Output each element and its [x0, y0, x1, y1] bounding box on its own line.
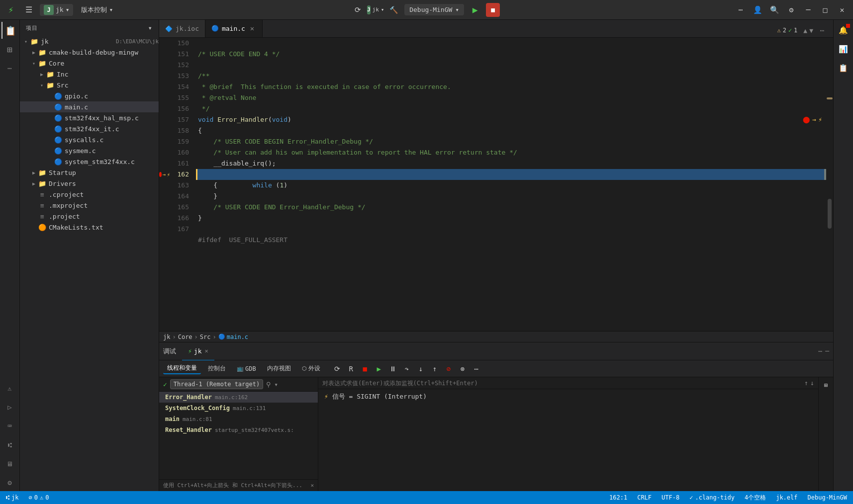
debug-stop-btn[interactable]: ■: [359, 363, 371, 375]
tree-item-project[interactable]: ▶ ≡ .project: [20, 211, 159, 222]
breadcrumb-part-src[interactable]: Src: [200, 334, 211, 340]
debug-tab-console[interactable]: 控制台: [204, 363, 230, 374]
thread-filter-icon[interactable]: ⚲: [266, 381, 271, 388]
tree-item-gpio-c[interactable]: ▶ 🔵 gpio.c: [20, 90, 159, 101]
debug-step-over-btn[interactable]: ↷: [401, 363, 413, 375]
minimize-btn[interactable]: ─: [801, 3, 815, 17]
hint-close-btn[interactable]: ✕: [310, 482, 314, 489]
stack-frame-reset-handler[interactable]: Reset_Handler startup_stm32f407vetx.s:: [159, 424, 318, 435]
statusbar-errors[interactable]: ⊘ 0 ⚠ 0: [26, 494, 51, 501]
more-actions-btn[interactable]: ⋯: [734, 3, 748, 17]
statusbar-charset[interactable]: UTF-8: [660, 494, 681, 501]
debug-tab-memory[interactable]: 内存视图: [263, 363, 295, 374]
panel-tab-close[interactable]: ✕: [204, 347, 208, 354]
account-btn[interactable]: 👤: [751, 3, 764, 17]
debug-run-btn[interactable]: ▶: [468, 3, 482, 17]
tree-item-stm32-it[interactable]: ▶ 🔵 stm32f4xx_it.c: [20, 123, 159, 134]
panel-minimize-btn[interactable]: ─: [825, 347, 829, 355]
tree-item-cmake-lists[interactable]: ▶ 🟠 CMakeLists.txt: [20, 222, 159, 233]
chevron-down-btn[interactable]: ▼: [809, 27, 813, 34]
right-btn-2[interactable]: 📊: [835, 41, 852, 58]
tree-item-hal-msp[interactable]: ▶ 🔵 stm32f4xx_hal_msp.c: [20, 112, 159, 123]
tree-item-system-stm32[interactable]: ▶ 🔵 system_stm32f4xx.c: [20, 156, 159, 167]
panel-more-btn[interactable]: ⋯: [818, 347, 822, 355]
right-notifications-btn[interactable]: 🔔: [835, 22, 852, 39]
right-btn-3[interactable]: 📋: [835, 60, 852, 77]
debug-bp-toggle-btn[interactable]: ⊘: [443, 363, 455, 375]
statusbar-encoding[interactable]: CRLF: [635, 494, 654, 501]
tab-main-c[interactable]: 🔵 main.c ✕: [205, 20, 263, 37]
tab-jk-ioc[interactable]: 🔷 jk.ioc: [159, 20, 205, 37]
activity-problems[interactable]: ⚠: [1, 380, 18, 397]
version-control-btn[interactable]: 版本控制 ▾: [77, 4, 117, 15]
activity-debug-console[interactable]: ⌨: [1, 418, 18, 434]
tab-close-btn[interactable]: ✕: [248, 24, 256, 32]
debug-continue-btn[interactable]: ▶: [373, 363, 385, 375]
debug-tab-external[interactable]: ⬡ 外设: [298, 363, 324, 374]
activity-remote[interactable]: 🖥: [1, 455, 18, 472]
statusbar-debug[interactable]: Debug-MinGW: [806, 494, 849, 501]
debug-tab-gdb[interactable]: 📺 GDB: [233, 364, 260, 373]
activity-settings2[interactable]: ⚙: [1, 474, 18, 491]
debug-bp-clear-btn[interactable]: ⊗: [457, 363, 469, 375]
activity-more[interactable]: ⋯: [1, 60, 18, 77]
expr-down-btn[interactable]: ↓: [810, 379, 814, 387]
right-panel-layout-btn[interactable]: ⊞: [820, 379, 832, 391]
tree-item-drivers[interactable]: ▶ 📁 Drivers: [20, 178, 159, 189]
thread-dropdown-icon[interactable]: ▾: [274, 381, 278, 388]
code-content[interactable]: /* USER CODE END 4 */ /** * @brief This …: [196, 38, 826, 331]
tree-item-cproject[interactable]: ▶ ≡ .cproject: [20, 189, 159, 200]
tree-item-cmake-build[interactable]: ▶ 📁 cmake-build-debug-mingw: [20, 47, 159, 58]
debug-step-into-btn[interactable]: ↓: [415, 363, 427, 375]
statusbar-build[interactable]: jk.elf: [774, 494, 799, 501]
sidebar-dropdown[interactable]: ▾: [148, 24, 153, 32]
hammer-icon[interactable]: 🔨: [386, 3, 400, 17]
settings-btn[interactable]: ⚙: [784, 3, 798, 17]
chevron-up-btn[interactable]: ▲: [803, 27, 807, 34]
debug-more-btn[interactable]: ⋯: [471, 363, 482, 375]
debug-refresh-btn[interactable]: ⟳: [331, 363, 343, 375]
debug-config-selector[interactable]: Debug-MinGW ▾: [404, 4, 464, 15]
debug-stop-btn[interactable]: ■: [486, 3, 500, 17]
search-btn[interactable]: 🔍: [767, 3, 781, 17]
debug-tab-threads[interactable]: 线程和变量: [163, 363, 201, 374]
project-selector[interactable]: J jk ▾: [40, 4, 73, 16]
statusbar-branch[interactable]: ⑆ jk: [4, 494, 20, 501]
tree-item-jk-root[interactable]: ▾ 📁 jk D:\EDA\MCU\jk: [20, 36, 159, 47]
warn-indicator[interactable]: ⚠ 2 ✓ 1: [777, 27, 797, 34]
panel-tab-jk[interactable]: ⚡ jk ✕: [182, 342, 214, 360]
statusbar-linter[interactable]: ✓ .clang-tidy: [687, 494, 737, 501]
close-btn[interactable]: ✕: [835, 3, 849, 17]
breadcrumb-part-core[interactable]: Core: [178, 334, 192, 340]
debug-expression-input[interactable]: [322, 380, 800, 387]
debug-pause-btn[interactable]: ⏸: [387, 363, 399, 375]
expr-up-btn[interactable]: ↑: [804, 379, 808, 387]
stack-frame-main[interactable]: main main.c:81: [159, 414, 318, 424]
maximize-btn[interactable]: □: [818, 3, 832, 17]
statusbar-indent[interactable]: 4个空格: [743, 494, 768, 502]
editor-more-btn[interactable]: ⋯: [815, 23, 829, 37]
tree-item-startup[interactable]: ▶ 📁 Startup: [20, 167, 159, 178]
breadcrumb-part-jk[interactable]: jk: [163, 334, 170, 340]
stack-frame-error-handler[interactable]: Error_Handler main.c:162: [159, 392, 318, 403]
tree-item-src[interactable]: ▾ 📁 Src: [20, 80, 159, 90]
debug-restart-btn[interactable]: R: [345, 363, 357, 375]
jk-run-label[interactable]: J jk ▾: [369, 3, 382, 17]
scrollbar-thumb[interactable]: [828, 199, 832, 229]
statusbar-position[interactable]: 162:1: [607, 494, 629, 501]
debug-step-out-btn[interactable]: ↑: [429, 363, 441, 375]
tree-item-syscalls[interactable]: ▶ 🔵 syscalls.c: [20, 134, 159, 145]
editor-scrollbar[interactable]: [826, 38, 833, 331]
stack-frame-sysclock[interactable]: SystemClock_Config main.c:131: [159, 403, 318, 414]
activity-explorer[interactable]: 📋: [1, 22, 18, 39]
tree-item-core[interactable]: ▾ 📁 Core: [20, 58, 159, 69]
breadcrumb-part-mainc[interactable]: 🔵 main.c: [218, 334, 248, 340]
activity-extensions[interactable]: ⊞: [1, 41, 18, 58]
tree-item-inc[interactable]: ▶ 📁 Inc: [20, 69, 159, 80]
thread-select[interactable]: Thread-1 (Remote target): [170, 379, 263, 389]
tree-item-mxproject[interactable]: ▶ ≡ .mxproject: [20, 200, 159, 211]
tree-item-sysmem[interactable]: ▶ 🔵 sysmem.c: [20, 145, 159, 156]
activity-git[interactable]: ⑆: [1, 436, 18, 453]
tree-item-main-c[interactable]: ▶ 🔵 main.c: [20, 101, 159, 112]
hamburger-menu[interactable]: ☰: [22, 3, 36, 17]
